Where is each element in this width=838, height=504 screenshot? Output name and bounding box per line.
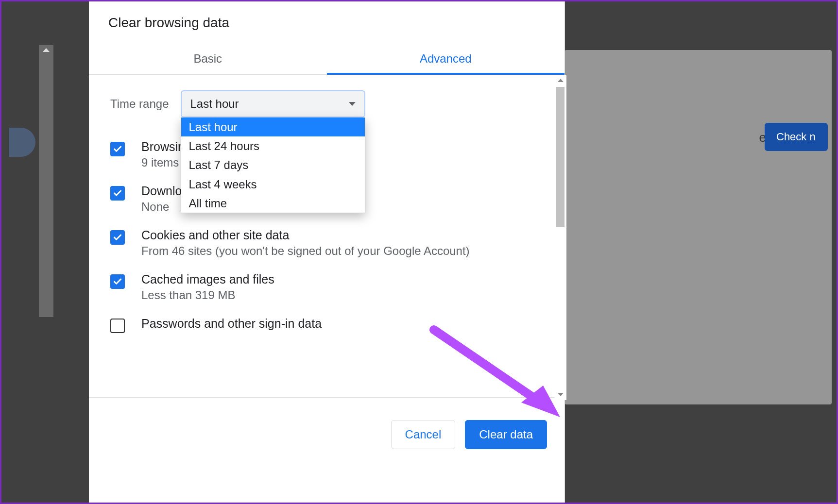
check-icon [113, 188, 122, 198]
time-range-menu: Last hour Last 24 hours Last 7 days Last… [181, 118, 365, 213]
data-type-row: Cached images and files Less than 319 MB [110, 272, 550, 302]
time-range-option[interactable]: Last 24 hours [181, 136, 365, 155]
data-type-title: Cookies and other site data [141, 228, 470, 242]
data-type-title: Passwords and other sign-in data [141, 317, 322, 331]
bg-check-button: Check n [765, 123, 828, 151]
data-type-row: Passwords and other sign-in data [110, 317, 550, 333]
check-icon [113, 144, 122, 154]
dialog-footer: Cancel Clear data [89, 397, 564, 504]
checkbox-download-history[interactable] [110, 186, 125, 201]
data-type-subtitle: Less than 319 MB [141, 288, 274, 302]
bg-sidebar-pill [9, 128, 35, 157]
time-range-select[interactable]: Last hour [181, 90, 365, 118]
check-icon [113, 233, 122, 242]
time-range-dropdown[interactable]: Last hour Last hour Last 24 hours Last 7… [181, 90, 365, 118]
time-range-option[interactable]: All time [181, 194, 365, 213]
data-type-subtitle: From 46 sites (you won't be signed out o… [141, 244, 470, 258]
checkbox-cached[interactable] [110, 274, 125, 289]
time-range-option[interactable]: Last 4 weeks [181, 175, 365, 194]
data-type-row: Cookies and other site data From 46 site… [110, 228, 550, 258]
time-range-option[interactable]: Last 7 days [181, 155, 365, 174]
dialog-scrollbar[interactable] [555, 75, 566, 400]
time-range-label: Time range [110, 97, 169, 111]
tab-basic[interactable]: Basic [89, 42, 327, 74]
checkbox-browsing-history[interactable] [110, 142, 125, 156]
bg-scrollbar [39, 45, 53, 317]
dialog-body: Time range Last hour Last hour Last 24 h… [89, 75, 564, 397]
time-range-option[interactable]: Last hour [181, 118, 365, 136]
cancel-button[interactable]: Cancel [391, 420, 456, 449]
tab-advanced[interactable]: Advanced [327, 42, 565, 74]
data-type-title: Cached images and files [141, 272, 274, 286]
checkbox-passwords[interactable] [110, 319, 125, 333]
clear-browsing-data-dialog: Clear browsing data Basic Advanced Time … [89, 1, 565, 504]
bg-panel [564, 50, 832, 404]
chevron-down-icon [349, 102, 356, 106]
check-icon [113, 277, 122, 286]
dialog-title: Clear browsing data [89, 1, 564, 35]
tabs: Basic Advanced [89, 42, 564, 75]
time-range-value: Last hour [190, 97, 239, 111]
checkbox-cookies[interactable] [110, 230, 125, 245]
clear-data-button[interactable]: Clear data [465, 420, 547, 449]
